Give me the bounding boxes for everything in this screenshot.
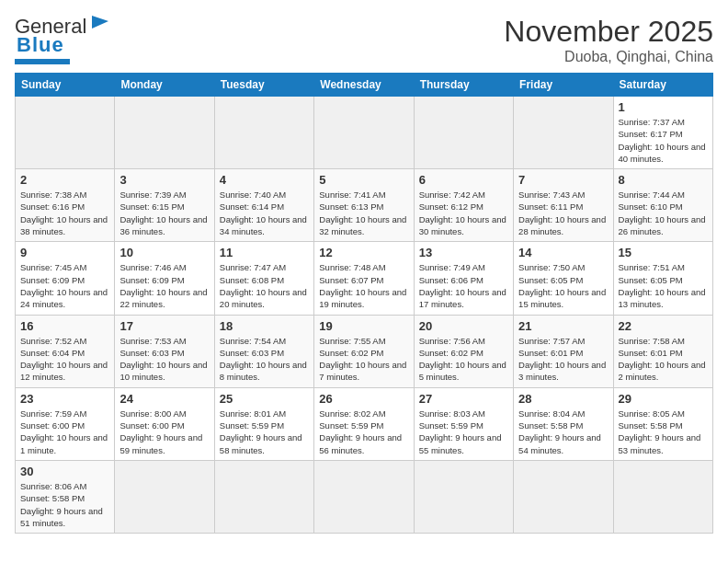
day-number: 13 — [419, 246, 508, 259]
day-number: 17 — [119, 319, 209, 333]
calendar-cell — [314, 460, 414, 533]
day-info: Sunrise: 7:59 AM Sunset: 6:00 PM Dayligh… — [20, 408, 109, 456]
day-info: Sunrise: 7:39 AM Sunset: 6:15 PM Dayligh… — [119, 189, 209, 237]
day-info: Sunrise: 8:00 AM Sunset: 6:00 PM Dayligh… — [119, 408, 209, 456]
day-number: 4 — [220, 173, 309, 187]
day-number: 19 — [319, 319, 408, 333]
calendar-cell: 20Sunrise: 7:56 AM Sunset: 6:02 PM Dayli… — [414, 315, 513, 387]
calendar-cell: 7Sunrise: 7:43 AM Sunset: 6:11 PM Daylig… — [514, 169, 613, 242]
day-info: Sunrise: 8:06 AM Sunset: 5:58 PM Dayligh… — [20, 480, 109, 529]
day-number: 8 — [619, 173, 708, 187]
day-info: Sunrise: 8:03 AM Sunset: 5:59 PM Dayligh… — [419, 408, 508, 456]
location-title: Duoba, Qinghai, China — [504, 49, 713, 65]
calendar-cell: 14Sunrise: 7:50 AM Sunset: 6:05 PM Dayli… — [514, 242, 613, 315]
calendar-cell: 10Sunrise: 7:46 AM Sunset: 6:09 PM Dayli… — [115, 242, 214, 315]
calendar-cell — [314, 97, 414, 169]
calendar-cell — [414, 460, 513, 533]
day-number: 2 — [20, 173, 109, 187]
day-number: 26 — [319, 392, 408, 406]
day-number: 12 — [319, 246, 408, 259]
calendar-cell: 23Sunrise: 7:59 AM Sunset: 6:00 PM Dayli… — [16, 387, 115, 460]
calendar-cell — [613, 460, 712, 533]
calendar-cell: 17Sunrise: 7:53 AM Sunset: 6:03 PM Dayli… — [115, 315, 214, 387]
day-info: Sunrise: 7:40 AM Sunset: 6:14 PM Dayligh… — [220, 189, 309, 237]
day-info: Sunrise: 7:44 AM Sunset: 6:10 PM Dayligh… — [619, 189, 708, 237]
day-info: Sunrise: 7:38 AM Sunset: 6:16 PM Dayligh… — [20, 189, 109, 237]
day-info: Sunrise: 7:58 AM Sunset: 6:01 PM Dayligh… — [619, 335, 708, 384]
logo-text-blue: Blue — [17, 33, 64, 57]
calendar-cell: 26Sunrise: 8:02 AM Sunset: 5:59 PM Dayli… — [314, 387, 414, 460]
calendar-cell: 27Sunrise: 8:03 AM Sunset: 5:59 PM Dayli… — [414, 387, 513, 460]
calendar-cell: 9Sunrise: 7:45 AM Sunset: 6:09 PM Daylig… — [16, 242, 115, 315]
day-info: Sunrise: 7:42 AM Sunset: 6:12 PM Dayligh… — [419, 189, 508, 237]
day-info: Sunrise: 7:57 AM Sunset: 6:01 PM Dayligh… — [518, 335, 608, 384]
day-number: 22 — [619, 319, 708, 333]
calendar-cell: 21Sunrise: 7:57 AM Sunset: 6:01 PM Dayli… — [514, 315, 613, 387]
calendar-cell: 11Sunrise: 7:47 AM Sunset: 6:08 PM Dayli… — [214, 242, 313, 315]
day-info: Sunrise: 7:43 AM Sunset: 6:11 PM Dayligh… — [518, 189, 608, 237]
weekday-header-sunday: Sunday — [16, 74, 115, 97]
day-number: 25 — [220, 392, 309, 406]
calendar-cell: 5Sunrise: 7:41 AM Sunset: 6:13 PM Daylig… — [314, 169, 414, 242]
day-info: Sunrise: 7:46 AM Sunset: 6:09 PM Dayligh… — [119, 261, 209, 310]
day-number: 28 — [518, 392, 608, 406]
logo: General Blue — [15, 15, 114, 64]
day-info: Sunrise: 7:45 AM Sunset: 6:09 PM Dayligh… — [20, 261, 109, 310]
day-number: 16 — [20, 319, 109, 333]
calendar-cell: 12Sunrise: 7:48 AM Sunset: 6:07 PM Dayli… — [314, 242, 414, 315]
calendar-cell: 3Sunrise: 7:39 AM Sunset: 6:15 PM Daylig… — [115, 169, 214, 242]
day-info: Sunrise: 7:52 AM Sunset: 6:04 PM Dayligh… — [20, 335, 109, 384]
calendar-cell: 16Sunrise: 7:52 AM Sunset: 6:04 PM Dayli… — [16, 315, 115, 387]
day-info: Sunrise: 7:37 AM Sunset: 6:17 PM Dayligh… — [619, 116, 708, 165]
day-info: Sunrise: 8:05 AM Sunset: 5:58 PM Dayligh… — [619, 408, 708, 456]
day-number: 10 — [119, 246, 209, 259]
calendar-cell: 2Sunrise: 7:38 AM Sunset: 6:16 PM Daylig… — [16, 169, 115, 242]
logo-flag-icon — [88, 12, 114, 38]
day-info: Sunrise: 7:47 AM Sunset: 6:08 PM Dayligh… — [220, 261, 309, 310]
day-number: 5 — [319, 173, 408, 187]
calendar-cell — [115, 460, 214, 533]
calendar-cell: 1Sunrise: 7:37 AM Sunset: 6:17 PM Daylig… — [613, 97, 712, 169]
day-info: Sunrise: 7:56 AM Sunset: 6:02 PM Dayligh… — [419, 335, 508, 384]
calendar-cell — [214, 97, 313, 169]
day-info: Sunrise: 7:53 AM Sunset: 6:03 PM Dayligh… — [119, 335, 209, 384]
day-number: 11 — [220, 246, 309, 259]
day-info: Sunrise: 7:41 AM Sunset: 6:13 PM Dayligh… — [319, 189, 408, 237]
day-number: 27 — [419, 392, 508, 406]
day-info: Sunrise: 7:50 AM Sunset: 6:05 PM Dayligh… — [518, 261, 608, 310]
weekday-header-monday: Monday — [115, 74, 214, 97]
calendar-cell: 15Sunrise: 7:51 AM Sunset: 6:05 PM Dayli… — [613, 242, 712, 315]
calendar-cell: 4Sunrise: 7:40 AM Sunset: 6:14 PM Daylig… — [214, 169, 313, 242]
day-number: 6 — [419, 173, 508, 187]
day-info: Sunrise: 7:51 AM Sunset: 6:05 PM Dayligh… — [619, 261, 708, 310]
calendar-cell — [115, 97, 214, 169]
day-number: 15 — [619, 246, 708, 259]
calendar-cell: 18Sunrise: 7:54 AM Sunset: 6:03 PM Dayli… — [214, 315, 313, 387]
day-info: Sunrise: 7:49 AM Sunset: 6:06 PM Dayligh… — [419, 261, 508, 310]
day-number: 20 — [419, 319, 508, 333]
day-number: 18 — [220, 319, 309, 333]
title-section: November 2025 Duoba, Qinghai, China — [504, 15, 713, 65]
logo-underline — [15, 59, 70, 64]
calendar-cell — [414, 97, 513, 169]
calendar-cell: 13Sunrise: 7:49 AM Sunset: 6:06 PM Dayli… — [414, 242, 513, 315]
month-title: November 2025 — [504, 15, 713, 49]
day-number: 7 — [518, 173, 608, 187]
calendar-cell: 6Sunrise: 7:42 AM Sunset: 6:12 PM Daylig… — [414, 169, 513, 242]
calendar-cell: 30Sunrise: 8:06 AM Sunset: 5:58 PM Dayli… — [16, 460, 115, 533]
day-info: Sunrise: 8:02 AM Sunset: 5:59 PM Dayligh… — [319, 408, 408, 456]
day-number: 21 — [518, 319, 608, 333]
day-number: 9 — [20, 246, 109, 259]
day-number: 1 — [619, 100, 708, 114]
calendar-cell — [514, 97, 613, 169]
weekday-header-wednesday: Wednesday — [314, 74, 414, 97]
day-number: 24 — [119, 392, 209, 406]
day-info: Sunrise: 7:48 AM Sunset: 6:07 PM Dayligh… — [319, 261, 408, 310]
calendar-cell: 22Sunrise: 7:58 AM Sunset: 6:01 PM Dayli… — [613, 315, 712, 387]
calendar-cell — [514, 460, 613, 533]
day-number: 30 — [20, 465, 109, 478]
calendar-cell: 24Sunrise: 8:00 AM Sunset: 6:00 PM Dayli… — [115, 387, 214, 460]
day-info: Sunrise: 7:54 AM Sunset: 6:03 PM Dayligh… — [220, 335, 309, 384]
day-info: Sunrise: 8:01 AM Sunset: 5:59 PM Dayligh… — [220, 408, 309, 456]
calendar-table: SundayMondayTuesdayWednesdayThursdayFrid… — [15, 73, 713, 534]
